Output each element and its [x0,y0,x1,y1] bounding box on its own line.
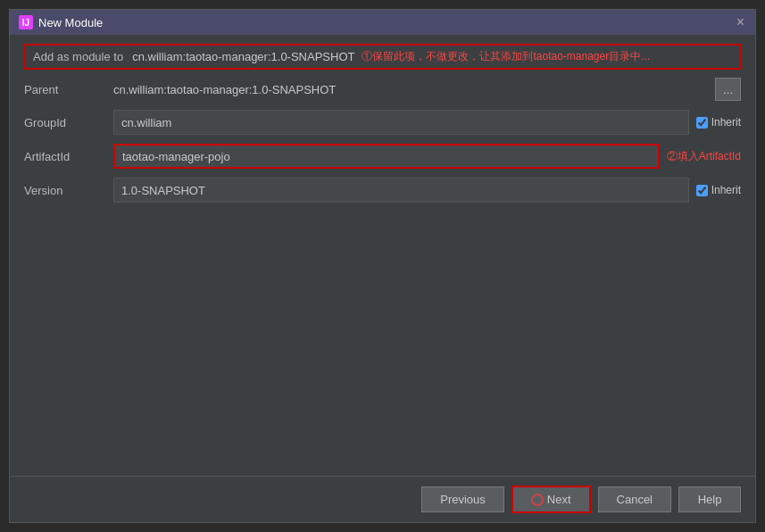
dialog-title: New Module [38,16,103,29]
version-inherit-checkbox[interactable] [696,185,708,196]
groupid-inherit-label: Inherit [711,116,741,129]
artifactid-label: ArtifactId [24,150,113,163]
artifactid-content: ②填入ArtifactId [113,144,741,169]
dialog: IJ New Module × Add as module to cn.will… [9,9,756,523]
help-button[interactable]: Help [678,486,741,512]
add-module-row: Add as module to cn.william:taotao-manag… [24,44,741,70]
version-row: Version Inherit [24,173,741,207]
version-input[interactable] [113,178,689,203]
version-inherit: Inherit [696,184,741,196]
next-label: Next [547,493,571,506]
add-module-value: cn.william:taotao-manager:1.0-SNAPSHOT [132,50,354,63]
app-icon: IJ [19,15,33,29]
artifactid-annotation: ②填入ArtifactId [667,149,741,164]
close-button[interactable]: × [735,15,746,29]
add-module-annotation: ①保留此项，不做更改，让其添加到taotao-manager目录中... [362,49,650,64]
artifactid-row: ArtifactId ②填入ArtifactId [24,139,741,173]
title-bar-left: IJ New Module [19,15,103,29]
parent-btn-area: cn.william:taotao-manager:1.0-SNAPSHOT .… [113,78,741,101]
parent-browse-button[interactable]: ... [715,78,741,101]
groupid-row: GroupId Inherit [24,105,741,139]
groupid-content: Inherit [113,110,741,135]
version-label: Version [24,184,113,197]
parent-value: cn.william:taotao-manager:1.0-SNAPSHOT [113,83,708,96]
next-circle-icon [531,494,544,506]
groupid-inherit-checkbox[interactable] [696,117,708,129]
version-content: Inherit [113,178,741,203]
next-button[interactable]: Next [511,486,591,513]
groupid-inherit: Inherit [696,116,741,129]
footer: Previous Next Cancel Help [10,476,755,522]
previous-button[interactable]: Previous [421,486,504,512]
version-inherit-label: Inherit [711,184,741,196]
dialog-content: Add as module to cn.william:taotao-manag… [10,35,755,476]
parent-label: Parent [24,83,113,96]
title-bar: IJ New Module × [10,10,755,35]
parent-row: Parent cn.william:taotao-manager:1.0-SNA… [24,73,741,105]
add-module-label: Add as module to [33,50,123,63]
groupid-label: GroupId [24,116,113,129]
groupid-input[interactable] [113,110,689,135]
cancel-button[interactable]: Cancel [598,486,671,512]
artifactid-input[interactable] [113,144,660,169]
